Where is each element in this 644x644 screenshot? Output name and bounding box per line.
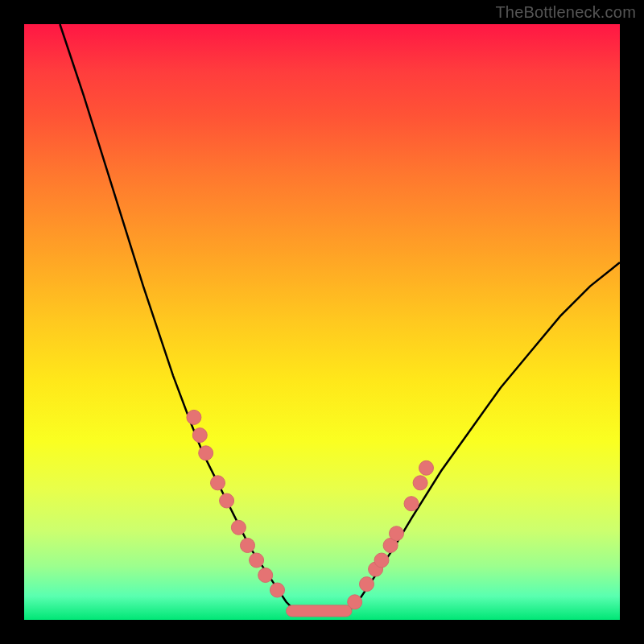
data-marker: [220, 493, 234, 508]
data-markers: [187, 410, 434, 609]
watermark: TheBottleneck.com: [495, 3, 636, 22]
data-marker: [199, 446, 213, 460]
chart-svg: [24, 24, 620, 620]
data-marker: [270, 583, 285, 597]
data-marker: [390, 526, 404, 541]
bottom-bar: [287, 605, 352, 617]
data-marker: [404, 497, 419, 511]
data-marker: [360, 577, 374, 592]
data-marker: [419, 460, 434, 475]
data-marker: [187, 410, 201, 424]
data-marker: [211, 476, 225, 490]
data-marker: [192, 428, 207, 443]
data-marker: [241, 539, 255, 553]
data-marker: [258, 568, 273, 583]
data-marker: [374, 553, 389, 568]
data-marker: [231, 520, 246, 535]
data-marker: [413, 476, 427, 490]
curve-left: [60, 24, 298, 614]
data-marker: [250, 553, 264, 568]
